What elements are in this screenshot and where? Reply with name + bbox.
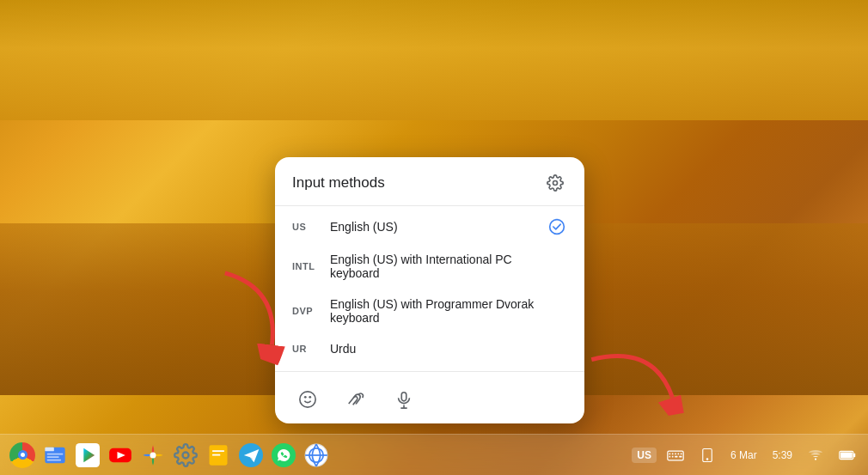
popup-title: Input methods	[292, 174, 385, 192]
svg-point-20	[183, 452, 189, 458]
list-item[interactable]: INTL English (US) with International PC …	[275, 244, 584, 289]
input-method-indicator[interactable]: US	[632, 448, 657, 463]
emoji-icon[interactable]	[292, 384, 323, 415]
taskbar-app-icons	[7, 440, 628, 471]
popup-bottom-bar	[275, 375, 584, 423]
taskbar-icon-files[interactable]	[40, 440, 70, 471]
svg-rect-5	[401, 393, 406, 401]
svg-rect-23	[212, 454, 220, 455]
input-method-list: US English (US) INTL English (US) with I…	[275, 206, 584, 368]
svg-rect-13	[47, 456, 59, 458]
handwriting-icon[interactable]	[340, 384, 371, 415]
divider	[275, 371, 584, 372]
svg-point-1	[550, 220, 565, 234]
svg-rect-29	[668, 451, 683, 460]
method-name: English (US)	[330, 220, 536, 234]
settings-icon[interactable]	[543, 171, 567, 195]
method-name: Urdu	[330, 342, 536, 356]
keyboard-button[interactable]	[662, 443, 689, 467]
method-name: English (US) with Programmer Dvorak keyb…	[330, 297, 536, 325]
taskbar-icon-play[interactable]	[72, 440, 103, 471]
popup-header: Input methods	[275, 157, 584, 206]
svg-point-2	[300, 392, 315, 407]
taskbar-icon-keep[interactable]	[203, 440, 234, 471]
tablet-mode-button[interactable]	[694, 444, 720, 466]
taskbar-icon-chrome[interactable]	[7, 440, 38, 471]
taskbar: US 6 Mar 5:3	[0, 434, 868, 475]
method-code: INTL	[292, 261, 320, 271]
svg-point-0	[553, 181, 558, 186]
list-item[interactable]: UR Urdu	[275, 333, 584, 364]
taskbar-icon-youtube[interactable]	[105, 440, 136, 471]
method-code: US	[292, 222, 320, 232]
taskbar-icon-photos[interactable]	[138, 440, 168, 471]
svg-rect-37	[675, 455, 677, 457]
svg-rect-33	[677, 453, 679, 454]
svg-rect-11	[45, 447, 54, 451]
method-code: UR	[292, 344, 320, 354]
svg-rect-30	[669, 453, 670, 454]
taskbar-right: US 6 Mar 5:3	[632, 443, 861, 467]
svg-rect-22	[212, 450, 224, 452]
taskbar-icon-browser[interactable]	[301, 440, 332, 471]
input-methods-popup: Input methods US English (US) INTL Engli…	[275, 157, 584, 423]
list-item[interactable]: DVP English (US) with Programmer Dvorak …	[275, 289, 584, 333]
svg-rect-34	[681, 453, 682, 454]
method-code: DVP	[292, 306, 320, 316]
time-text: 5:39	[773, 449, 792, 461]
taskbar-icon-telegram[interactable]	[235, 440, 266, 471]
taskbar-icon-settings[interactable]	[170, 440, 201, 471]
list-item[interactable]: US English (US)	[275, 210, 584, 244]
svg-rect-31	[672, 453, 674, 454]
voice-input-icon[interactable]	[388, 384, 419, 415]
svg-point-41	[815, 458, 816, 460]
svg-rect-32	[675, 453, 676, 454]
taskbar-icon-whatsapp[interactable]	[268, 440, 299, 471]
svg-rect-44	[840, 452, 853, 458]
svg-rect-12	[47, 453, 64, 454]
svg-rect-43	[853, 453, 855, 457]
svg-rect-35	[669, 455, 670, 457]
battery-button[interactable]	[834, 446, 861, 465]
svg-rect-38	[679, 455, 682, 457]
svg-point-40	[706, 458, 708, 460]
svg-rect-36	[672, 455, 674, 457]
input-method-label: US	[637, 449, 651, 461]
date-text: 6 Mar	[730, 449, 757, 461]
method-name: English (US) with International PC keybo…	[330, 253, 536, 280]
network-button[interactable]	[803, 444, 828, 466]
selected-check-icon	[547, 218, 567, 235]
svg-point-19	[150, 452, 156, 458]
date-display[interactable]: 6 Mar	[725, 446, 762, 465]
svg-rect-14	[47, 459, 61, 460]
time-display[interactable]: 5:39	[767, 446, 798, 465]
sky-gradient	[0, 0, 868, 120]
